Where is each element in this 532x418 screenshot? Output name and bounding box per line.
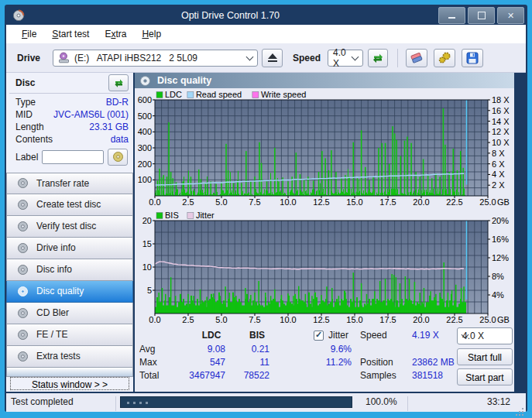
results-summary: LDCBIS✓JitterAvg9.080.219.6%Max5471111.2… — [135, 325, 514, 392]
svg-text:5.0: 5.0 — [215, 197, 227, 207]
disc-info-label: MID — [15, 109, 53, 120]
speed-select[interactable]: 4.0 X — [328, 50, 363, 67]
samples-label: Samples — [360, 370, 396, 381]
toolbar-separator — [397, 49, 398, 67]
stat-bis-total: 78522 — [223, 370, 269, 381]
sidebar-item-verify-test-disc[interactable]: Verify test disc — [6, 216, 133, 238]
svg-text:20: 20 — [142, 216, 152, 225]
svg-text:4%: 4% — [492, 290, 504, 300]
drive-select-value: (E:) ATAPI iHBS212 2 5L09 — [74, 53, 247, 63]
disc-icon — [17, 199, 29, 211]
drive-select[interactable]: (E:) ATAPI iHBS212 2 5L09 — [53, 50, 258, 67]
jitter-checkbox[interactable]: ✓ — [314, 331, 324, 341]
disc-label-input[interactable] — [42, 150, 104, 164]
sidebar-item-transfer-rate[interactable]: Transfer rate — [6, 173, 133, 194]
resize-grip[interactable] — [522, 408, 523, 409]
stat-jitter-avg: 9.6% — [305, 344, 352, 355]
position-value: 23862 MB — [412, 357, 455, 368]
svg-text:400: 400 — [138, 127, 152, 136]
sidebar-item-fe-te[interactable]: FE / TE — [6, 324, 133, 346]
ldc-read-speed-chart: 1002003004005006002 X4 X6 X8 X10 X12 X14… — [135, 91, 514, 207]
svg-text:16 X: 16 X — [492, 106, 510, 115]
disc-icon — [17, 307, 29, 319]
jitter-checkbox-label: Jitter — [328, 330, 348, 341]
svg-text:25.0: 25.0 — [479, 197, 496, 207]
refresh-arrows-icon — [113, 77, 125, 89]
floppy-save-icon — [466, 52, 479, 64]
chart-legend: LDCRead speedWrite speed — [156, 91, 306, 99]
svg-text:200: 200 — [138, 159, 152, 169]
svg-text:20%: 20% — [492, 216, 509, 225]
svg-text:12%: 12% — [492, 253, 509, 262]
start-full-button[interactable]: Start full — [457, 348, 513, 365]
eraser-icon — [410, 52, 424, 64]
disc-icon — [17, 286, 29, 297]
disc-info-value: 23.31 GB — [89, 122, 129, 132]
sidebar-item-drive-info[interactable]: Drive info — [6, 238, 133, 259]
speed-result-value: 4.19 X — [412, 330, 439, 341]
svg-text:7.5: 7.5 — [249, 315, 260, 324]
disc-quality-panel: Disc quality 1002003004005006002 X4 X6 X… — [135, 73, 514, 392]
drive-label: Drive — [17, 53, 40, 63]
close-icon: ✕ — [507, 11, 514, 21]
stat-bis-avg: 0.21 — [223, 344, 269, 355]
svg-text:25.0: 25.0 — [479, 315, 496, 324]
svg-text:20.0: 20.0 — [413, 315, 429, 324]
disc-info-label: Type — [15, 97, 106, 108]
sidebar-item-disc-quality[interactable]: Disc quality — [6, 281, 133, 303]
sidebar-item-label: Transfer rate — [36, 178, 89, 189]
sidebar-item-label: Drive info — [36, 242, 76, 253]
tools-button[interactable] — [434, 49, 455, 67]
maximize-button[interactable] — [468, 7, 495, 24]
menu-bar: FileStart testExtraHelp — [6, 25, 526, 43]
sidebar-item-label: CD Bler — [36, 307, 69, 318]
app-disc-icon — [12, 9, 25, 22]
save-button[interactable] — [462, 49, 483, 67]
svg-text:2.5: 2.5 — [182, 197, 194, 207]
stat-ldc-max: 547 — [179, 357, 225, 368]
eject-button[interactable] — [262, 49, 283, 67]
svg-text:16%: 16% — [492, 235, 509, 244]
disc-label-button[interactable] — [108, 149, 128, 166]
sidebar-item-label: Disc quality — [36, 286, 84, 296]
test-speed-select[interactable]: 4.0 X — [457, 327, 513, 344]
svg-text:15.0: 15.0 — [346, 197, 362, 207]
sidebar-item-create-test-disc[interactable]: Create test disc — [6, 194, 133, 216]
start-part-button[interactable]: Start part — [457, 368, 513, 385]
status-window-button[interactable]: Status window > > — [10, 377, 129, 390]
close-button[interactable]: ✕ — [497, 7, 524, 24]
chevron-down-icon — [352, 53, 359, 60]
menu-item-help[interactable]: Help — [134, 26, 169, 43]
disc-info-row: MIDJVC-AMS6L (001) — [15, 108, 129, 121]
svg-text:100: 100 — [138, 175, 152, 184]
sidebar-item-disc-info[interactable]: Disc info — [6, 259, 133, 281]
svg-text:LDC: LDC — [165, 91, 182, 99]
menu-item-file[interactable]: File — [14, 26, 44, 43]
svg-text:Write speed: Write speed — [261, 91, 307, 99]
svg-text:15.0: 15.0 — [346, 315, 362, 324]
refresh-arrows-icon — [372, 52, 384, 64]
minimize-button[interactable] — [438, 7, 465, 24]
svg-text:20.0: 20.0 — [413, 197, 429, 207]
divider — [9, 93, 130, 94]
disc-info-value: JVC-AMS6L (001) — [53, 109, 129, 120]
svg-text:BIS: BIS — [165, 211, 179, 220]
refresh-speeds-button[interactable] — [368, 49, 388, 67]
menu-item-extra[interactable]: Extra — [97, 26, 134, 43]
svg-text:Read speed: Read speed — [196, 91, 242, 99]
speed-result-label: Speed — [360, 330, 387, 341]
speed-label: Speed — [293, 53, 321, 63]
svg-text:8 X: 8 X — [492, 149, 505, 158]
sidebar-item-extra-tests[interactable]: Extra tests — [6, 346, 133, 368]
erase-disc-button[interactable] — [406, 49, 427, 67]
menu-item-start-test[interactable]: Start test — [44, 26, 97, 43]
sidebar-item-label: FE / TE — [36, 329, 67, 340]
speed-select-value: 4.0 X — [333, 47, 352, 69]
sidebar-item-cd-bler[interactable]: CD Bler — [6, 303, 133, 324]
disc-label-caption: Label — [15, 152, 38, 163]
svg-text:10: 10 — [142, 262, 152, 272]
disc-info-row: Length23.31 GB — [15, 121, 129, 133]
content-area: Disc TypeBD-RMIDJVC-AMS6L (001)Length23.… — [6, 73, 526, 392]
refresh-disc-button[interactable] — [108, 74, 129, 91]
stat-row-label-avg: Avg — [139, 344, 155, 355]
